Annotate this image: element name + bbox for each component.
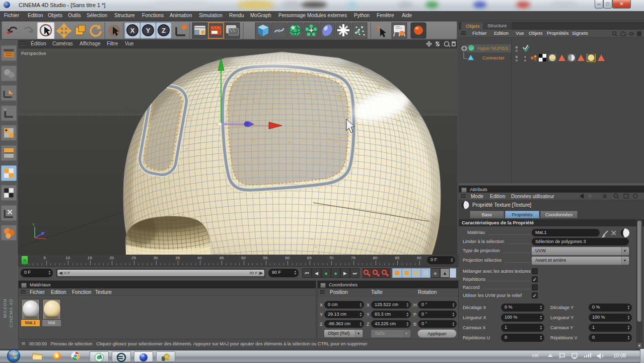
svg-text:Perspective: Perspective bbox=[21, 50, 46, 56]
svg-text:Y: Y bbox=[146, 27, 151, 34]
svg-text:X: X bbox=[130, 27, 135, 34]
svg-text:A: A bbox=[603, 193, 607, 199]
svg-text:?: ? bbox=[375, 24, 380, 33]
svg-text:Y: Y bbox=[32, 222, 35, 227]
svg-text:Z: Z bbox=[162, 27, 166, 34]
